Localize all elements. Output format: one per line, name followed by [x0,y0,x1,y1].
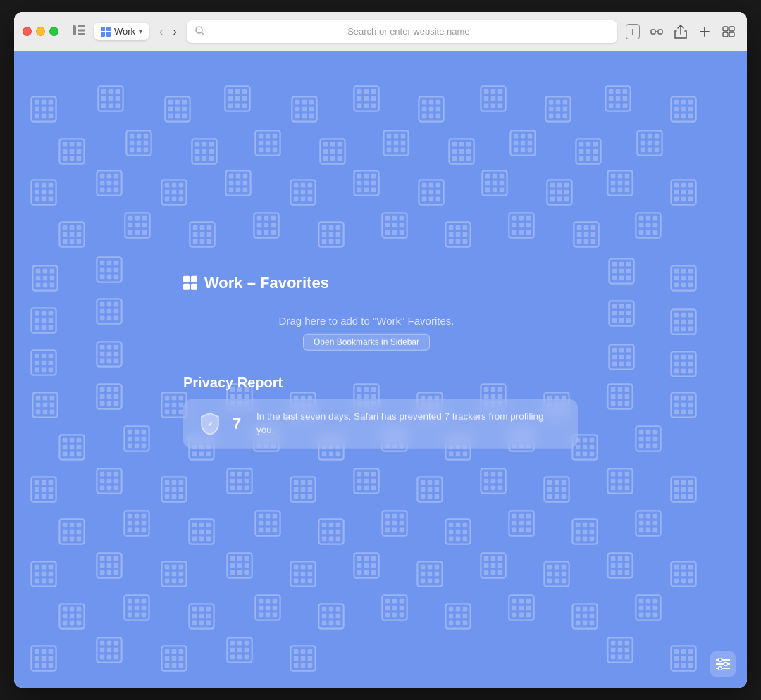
bottom-controls [710,651,736,677]
show-all-tabs-button[interactable] [719,22,738,42]
main-content: Work – Favorites Drag here to add to "Wo… [14,51,747,688]
close-button[interactable] [23,27,32,36]
svg-rect-11 [723,27,728,31]
tab-work-label: Work [114,26,135,37]
search-placeholder-text: Search or enter website name [209,26,609,37]
tab-chevron-icon: ▾ [139,27,142,35]
favorites-work-icon [183,276,197,290]
privacy-report-icon: i [626,24,640,39]
svg-rect-3 [78,33,85,35]
toolbar-actions: i [623,22,738,42]
favorites-drop-zone[interactable]: Drag here to add to "Work" Favorites. Op… [183,304,550,356]
nav-buttons: ‹ › [155,23,181,41]
privacy-report-title: Privacy Report [183,375,578,391]
svg-text:✓: ✓ [207,420,213,428]
svg-line-5 [202,32,204,35]
svg-point-31 [719,667,722,670]
search-icon [195,26,204,37]
svg-rect-0 [73,25,76,35]
svg-rect-12 [729,27,734,31]
center-content: Work – Favorites Drag here to add to "Wo… [183,274,578,449]
privacy-description: In the last seven days, Safari has preve… [256,411,564,437]
toolbar: Work ▾ ‹ › Search or enter website name … [14,12,747,51]
svg-rect-7 [658,30,662,34]
back-button[interactable]: ‹ [155,23,167,41]
traffic-lights [23,27,58,36]
forward-button[interactable]: › [168,23,180,41]
sidebar-toggle-button[interactable] [70,23,88,41]
svg-point-27 [719,658,722,662]
svg-point-29 [724,663,728,666]
share-button[interactable] [671,22,691,42]
privacy-section: Privacy Report ✓ 7 In the last seven day… [183,375,578,449]
extensions-button[interactable] [647,22,667,42]
privacy-icon-button[interactable]: i [623,22,643,42]
svg-rect-2 [78,29,85,31]
favorites-header: Work – Favorites [183,274,329,292]
tab-work-button[interactable]: Work ▾ [94,23,149,40]
svg-rect-13 [723,32,728,37]
svg-rect-6 [651,30,655,34]
favorites-title: Work – Favorites [204,274,329,292]
shield-icon: ✓ [197,411,223,437]
svg-rect-14 [729,32,734,37]
browser-window: Work ▾ ‹ › Search or enter website name … [14,12,747,688]
minimize-button[interactable] [36,27,45,36]
customize-button[interactable] [710,651,736,677]
address-bar[interactable]: Search or enter website name [187,20,617,43]
svg-rect-1 [78,25,85,27]
tracker-count: 7 [233,415,247,433]
privacy-report-card[interactable]: ✓ 7 In the last seven days, Safari has p… [183,399,578,449]
tab-work-icon [101,27,111,37]
fullscreen-button[interactable] [49,27,58,36]
new-tab-button[interactable] [695,22,714,42]
drag-hint-text: Drag here to add to "Work" Favorites. [279,315,454,327]
open-bookmarks-button[interactable]: Open Bookmarks in Sidebar [303,334,430,351]
